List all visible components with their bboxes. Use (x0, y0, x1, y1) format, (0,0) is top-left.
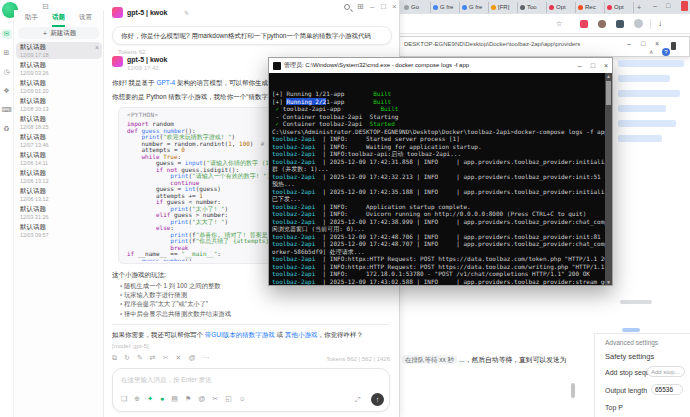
knowledge-icon[interactable]: ● (160, 395, 164, 402)
regenerate-icon[interactable]: ↻ (124, 354, 130, 361)
mention-icon[interactable]: @ (188, 354, 195, 361)
download-icon[interactable]: ↓ (658, 20, 662, 28)
chevron-up-icon[interactable]: ∧ (649, 49, 653, 55)
search-icon[interactable] (344, 4, 350, 10)
sidebar-tab-topics[interactable]: 话题 (52, 13, 65, 27)
scroll-down-icon[interactable]: ▼ (605, 279, 612, 285)
browser-tab[interactable]: Too (518, 2, 547, 13)
profile-avatar[interactable] (634, 19, 643, 28)
safety-settings-label[interactable]: Safety settings (605, 352, 654, 361)
extension-icon[interactable] (580, 20, 588, 28)
rail-trash-icon[interactable]: ♻ (2, 124, 12, 134)
rail-code-icon[interactable]: ⌨ (2, 105, 12, 115)
explorer-minimize-icon[interactable]: – (627, 40, 631, 47)
layout-icon[interactable]: ⊞ (357, 3, 364, 11)
browser-tab[interactable]: Opt (547, 2, 576, 13)
terminal-line: orker-586b5df9] 处理请求... (272, 248, 602, 256)
scissors-icon[interactable]: ✂ (163, 354, 169, 361)
close-topic-icon[interactable]: × (95, 44, 99, 51)
topic-item[interactable]: 默认话题12/09 03:26 (16, 60, 102, 77)
topic-item[interactable]: 默认话题12/08 18:25 (16, 114, 102, 131)
topic-item[interactable]: 默认话题12/03 09:57 (16, 222, 102, 239)
terminal-minimize-icon[interactable]: – (578, 62, 582, 69)
browser-tab[interactable]: Rec (576, 2, 605, 13)
topic-item[interactable]: 默认话题12/06 13:12 (16, 186, 102, 203)
new-tab-button[interactable]: + (637, 4, 641, 11)
browser-tab[interactable]: Opt (605, 2, 634, 13)
clear-icon[interactable]: ✂ (212, 395, 218, 402)
edit-title-icon[interactable]: ✎ (184, 9, 189, 16)
topic-item[interactable]: 默认话题12/06 14:11 (16, 150, 102, 167)
terminal-lines: [+] Running 1/21-app Built[+] Running 2/… (272, 90, 602, 285)
explorer-maximize-icon[interactable]: □ (641, 40, 645, 47)
explorer-close-icon[interactable]: × (655, 40, 659, 47)
rail-history-icon[interactable]: ◷ (2, 67, 12, 77)
help-icon[interactable]: ? (662, 48, 670, 56)
terminal-title-bar[interactable]: 管理员: C:\Windows\System32\cmd.exe - docke… (269, 58, 612, 73)
page-row (618, 105, 666, 112)
topic-title: 默认话题 (20, 169, 98, 178)
flag-icon[interactable]: ⚑ (185, 395, 191, 402)
bookmark-star-icon[interactable]: ☆ (556, 20, 562, 27)
browser-minimize-icon[interactable]: – (653, 2, 657, 9)
topic-title: 默认话题 (20, 61, 98, 70)
attachment-icon[interactable]: ⊕ (134, 395, 140, 402)
topic-item[interactable]: 默认话题12/09 17:18× (16, 42, 102, 59)
browser-tab[interactable]: Go (402, 2, 431, 13)
mention-icon[interactable]: @ (198, 395, 205, 402)
new-topic-button[interactable]: ＋ 新建话题 (18, 27, 100, 39)
terminal-close-icon[interactable]: × (604, 62, 608, 69)
extension-icon[interactable] (616, 20, 624, 28)
rail-agents-icon[interactable]: ⊞ (2, 48, 12, 58)
minimize-icon[interactable]: – (370, 3, 374, 11)
sidebar-tab-assistants[interactable]: 助手 (25, 13, 38, 27)
explorer-title-bar[interactable]: DESKTOP-EGNE9ND\Desktop\Docker\toolbaz-2… (393, 36, 690, 57)
terminal-output[interactable]: [+] Running 1/21-app Built[+] Running 2/… (269, 73, 605, 285)
terminal-scrollbar-thumb[interactable] (606, 81, 611, 105)
sidebar-tab-settings[interactable]: 设置 (79, 13, 92, 27)
rail-knowledge-icon[interactable]: ❖ (2, 86, 12, 96)
topic-item[interactable]: 默认话题12/09 01:20 (16, 78, 102, 95)
topic-item[interactable]: 默认话题12/06 13:12 (16, 168, 102, 185)
text-segment: toolbaz-2api (272, 278, 323, 285)
maximize-icon[interactable]: □ (381, 3, 386, 11)
terminal-maximize-icon[interactable]: □ (591, 62, 595, 69)
page-scrollbar-thumb[interactable] (571, 383, 575, 398)
translate-icon[interactable]: ⇄ (150, 354, 156, 361)
emoji-icon[interactable]: ☺ (239, 395, 246, 402)
file-icon[interactable]: ▤ (171, 395, 178, 402)
topic-item[interactable]: 默认话题12/08 20:13 (16, 96, 102, 113)
horizontal-scrollbar-thumb[interactable] (620, 300, 652, 304)
browser-tab[interactable]: G fre (460, 2, 489, 13)
more-icon[interactable]: ⋯ (202, 354, 209, 361)
topic-item[interactable]: 默认话题12/03 21:26 (16, 204, 102, 221)
expand-input-icon[interactable]: ⤢ (355, 396, 361, 403)
advanced-settings-label[interactable]: Advanced settings (605, 339, 658, 346)
terminal-scrollbar[interactable]: ▲ ▼ (605, 73, 612, 285)
send-button[interactable]: ↑ (371, 393, 384, 406)
tab-label: [FR] (498, 4, 509, 10)
terminal-line: toolbaz-2api | 2025-12-09 17:42:35.188 |… (272, 188, 602, 196)
user-message-bubble[interactable]: 你好，你是什么模型呢? 用markdown格式打印一下python一个简单的猜数… (112, 26, 392, 45)
topic-item[interactable]: 默认话题12/07 13:46 (16, 132, 102, 149)
browser-tab[interactable]: G fre (431, 2, 460, 13)
panel-scrollbar-thumb[interactable] (622, 328, 640, 332)
message-input[interactable] (121, 373, 361, 385)
output-length-input[interactable] (651, 384, 683, 395)
terminal-line: 预热... (272, 180, 602, 188)
delete-icon[interactable]: ✕ (176, 354, 182, 361)
rail-chat-icon[interactable]: ✉ (2, 29, 12, 39)
pin-icon[interactable] (671, 42, 676, 50)
browser-maximize-icon[interactable]: □ (666, 2, 670, 9)
edit-icon[interactable]: ✎ (137, 354, 143, 361)
add-stop-sequence-input[interactable] (647, 366, 685, 377)
web-search-icon[interactable]: ✦ (147, 395, 153, 402)
new-context-icon[interactable]: ❏ (121, 395, 127, 402)
close-icon[interactable]: × (392, 3, 397, 11)
browser-tab[interactable]: [FR] (489, 2, 518, 13)
scroll-up-icon[interactable]: ▲ (605, 73, 612, 79)
copy-icon[interactable]: ⧉ (112, 354, 117, 361)
extension-icon[interactable] (598, 20, 606, 28)
fullscreen-icon[interactable]: ◱ (225, 395, 232, 402)
text-segment: | INFO: Application startup complete. (323, 203, 471, 210)
